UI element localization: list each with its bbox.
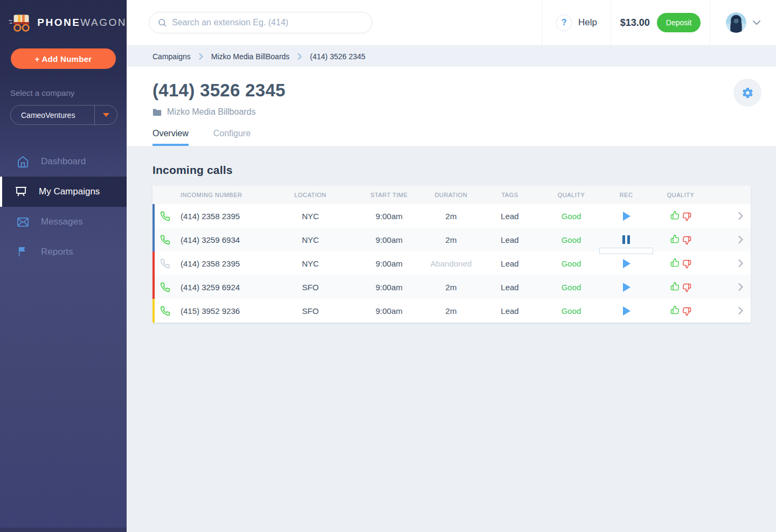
section-title: Incoming calls <box>153 164 751 177</box>
play-button[interactable] <box>620 281 633 294</box>
row-chevron-icon[interactable] <box>704 283 751 291</box>
location: SFO <box>272 306 349 316</box>
recording-cell <box>595 299 657 323</box>
rating-cell <box>657 234 704 245</box>
thumbs-up-icon[interactable] <box>670 211 680 221</box>
column-header: START TIME <box>349 192 429 198</box>
location: NYC <box>272 212 349 221</box>
thumbs-up-icon[interactable] <box>670 258 680 269</box>
quality-value: Good <box>547 306 595 316</box>
phone-call-icon <box>155 235 175 245</box>
start-time: 9:00am <box>349 259 429 268</box>
brand-name: PHONEWAGON <box>37 17 127 29</box>
flag-icon <box>17 246 30 258</box>
sidebar-nav: Dashboard My Campaigns Messages Reports <box>0 146 127 267</box>
balance-section: $13.00 Deposit <box>611 0 710 45</box>
add-number-button[interactable]: + Add Number <box>11 48 116 69</box>
column-header: TAGS <box>473 192 547 198</box>
search-input[interactable] <box>172 18 372 27</box>
duration: Abandoned <box>429 259 473 268</box>
breadcrumb-item[interactable]: Campaigns <box>153 52 191 61</box>
location: NYC <box>272 259 349 268</box>
play-button[interactable] <box>620 257 633 270</box>
breadcrumb-item[interactable]: (414) 3526 2345 <box>310 52 365 61</box>
tabs: OverviewConfigure <box>153 129 776 146</box>
thumbs-down-icon[interactable] <box>682 260 691 269</box>
avatar[interactable] <box>726 12 746 33</box>
thumbs-up-icon[interactable] <box>670 305 680 316</box>
location: NYC <box>272 235 349 244</box>
mail-icon <box>17 215 30 228</box>
recording-cell <box>595 275 657 299</box>
home-icon <box>17 155 30 168</box>
avatar-photo <box>726 12 746 33</box>
table-row[interactable]: (414) 2358 2395 NYC 9:00am Abandoned Lea… <box>153 251 751 275</box>
sidebar-footer-strip <box>0 528 127 532</box>
breadcrumb-item[interactable]: Mizko Media BillBoards <box>211 52 290 61</box>
row-chevron-icon[interactable] <box>704 307 751 314</box>
sidebar-item-my-campaigns[interactable]: My Campaigns <box>0 177 127 207</box>
breadcrumb-chevron-icon <box>199 53 203 60</box>
duration: 2m <box>429 283 473 292</box>
table-row[interactable]: (414) 3259 6934 NYC 9:00am 2m Lead Good <box>153 228 751 251</box>
duration: 2m <box>429 235 473 244</box>
question-icon: ? <box>556 15 572 31</box>
rating-cell <box>657 258 704 269</box>
chevron-down-icon <box>752 20 761 25</box>
table-row[interactable]: (415) 3952 9236 SFO 9:00am 2m Lead Good <box>153 299 751 323</box>
breadcrumb: CampaignsMizko Media BillBoards(414) 352… <box>127 45 776 67</box>
user-menu[interactable] <box>710 0 776 45</box>
sidebar-item-reports[interactable]: Reports <box>0 237 127 267</box>
quality-value: Good <box>547 212 595 221</box>
campaign-name: Mizko Media Billboards <box>167 107 256 117</box>
quality-value: Good <box>547 235 595 244</box>
tag: Lead <box>473 283 547 292</box>
select-company-label: Select a company <box>10 88 127 97</box>
thumbs-down-icon[interactable] <box>682 236 691 245</box>
start-time: 9:00am <box>349 235 429 244</box>
main-area: ? Help $13.00 Deposit <box>127 0 776 532</box>
column-header: REC <box>595 192 657 198</box>
campaigns-icon <box>15 185 27 198</box>
settings-button[interactable] <box>733 79 761 107</box>
sidebar-item-dashboard[interactable]: Dashboard <box>0 146 127 177</box>
recording-cell <box>595 204 657 228</box>
thumbs-down-icon[interactable] <box>682 307 691 316</box>
search-icon <box>157 18 167 27</box>
column-header: INCOMING NUMBER <box>153 192 272 198</box>
deposit-button[interactable]: Deposit <box>657 13 701 32</box>
row-chevron-icon[interactable] <box>704 260 751 267</box>
sidebar-item-label: Reports <box>41 247 73 257</box>
playback-progress-bar[interactable] <box>599 248 653 254</box>
thumbs-down-icon[interactable] <box>682 212 691 221</box>
folder-icon <box>153 108 162 116</box>
thumbs-down-icon[interactable] <box>682 283 691 292</box>
row-chevron-icon[interactable] <box>704 236 751 243</box>
tab-configure[interactable]: Configure <box>213 129 251 146</box>
tag: Lead <box>473 306 547 316</box>
company-selected-value: CameoVentures <box>11 111 94 120</box>
brand-logo: PHONEWAGON <box>0 0 127 32</box>
help-button[interactable]: ? Help <box>542 0 611 45</box>
column-header: LOCATION <box>272 192 349 198</box>
page-title: (414) 3526 2345 <box>153 80 776 101</box>
table-row[interactable]: (414) 3259 6924 SFO 9:00am 2m Lead Good <box>153 275 751 299</box>
play-button[interactable] <box>620 209 633 223</box>
tag: Lead <box>473 212 547 221</box>
campaign-subtitle: Mizko Media Billboards <box>153 107 776 117</box>
thumbs-up-icon[interactable] <box>670 282 680 292</box>
company-dropdown[interactable]: CameoVentures <box>10 105 117 125</box>
thumbs-up-icon[interactable] <box>670 234 680 245</box>
sidebar: PHONEWAGON + Add Number Select a company… <box>0 0 127 532</box>
table-row[interactable]: (414) 2358 2395 NYC 9:00am 2m Lead Good <box>153 204 751 228</box>
tab-overview[interactable]: Overview <box>153 129 189 146</box>
sidebar-item-messages[interactable]: Messages <box>0 207 127 237</box>
quality-value: Good <box>547 259 595 268</box>
location: SFO <box>272 283 349 292</box>
search-box[interactable] <box>149 12 372 33</box>
company-dropdown-caret[interactable] <box>94 106 117 124</box>
pause-button[interactable] <box>620 233 632 246</box>
account-balance: $13.00 <box>620 17 650 29</box>
row-chevron-icon[interactable] <box>704 212 751 220</box>
play-button[interactable] <box>620 304 633 318</box>
